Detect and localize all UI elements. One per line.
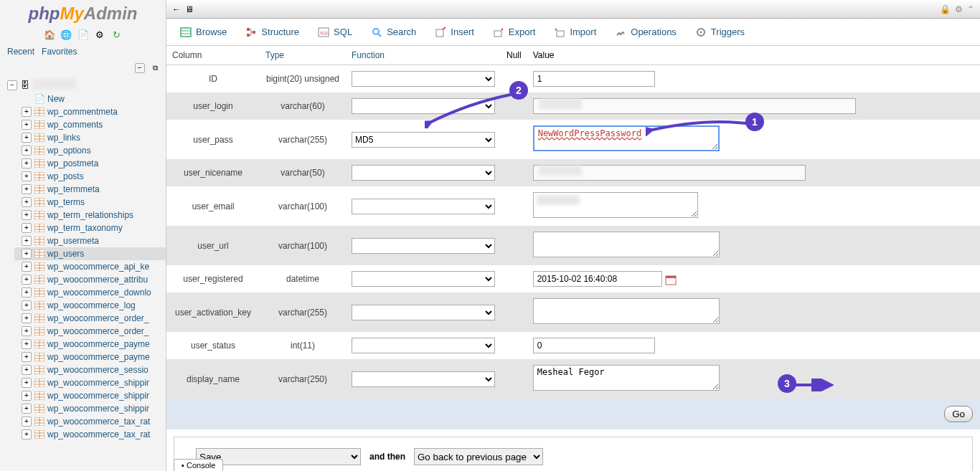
expand-icon[interactable]: +	[22, 146, 32, 156]
tab-browse[interactable]: Browse	[171, 19, 236, 45]
tree-table-node[interactable]: +wp_woocommerce_shippir	[14, 389, 166, 402]
tree-db-node[interactable]: − 🗄	[0, 77, 166, 92]
tab-search[interactable]: Search	[362, 19, 425, 45]
recent-link[interactable]: Recent	[7, 47, 34, 57]
settings-icon[interactable]: ⚙	[94, 29, 105, 41]
console-toggle[interactable]: ▪ Console	[174, 459, 223, 471]
expand-icon[interactable]: +	[22, 262, 32, 272]
expand-icon[interactable]: +	[22, 275, 32, 285]
tree-table-node[interactable]: +wp_links	[14, 131, 166, 144]
tree-table-node[interactable]: +wp_commentmeta	[14, 105, 166, 118]
tab-structure[interactable]: Structure	[236, 19, 308, 45]
expand-icon[interactable]: +	[22, 171, 32, 181]
tree-table-node[interactable]: +wp_woocommerce_order_	[14, 312, 166, 325]
expand-icon[interactable]: +	[22, 300, 32, 310]
expand-icon[interactable]: +	[22, 133, 32, 143]
expand-icon[interactable]: +	[22, 107, 32, 117]
tree-table-node[interactable]: +wp_woocommerce_sessio	[14, 363, 166, 376]
favorites-link[interactable]: Favorites	[42, 47, 77, 57]
server-icon[interactable]: 🖥	[185, 4, 194, 14]
tree-table-node[interactable]: +wp_term_relationships	[14, 209, 166, 222]
function-select[interactable]: MD5	[352, 132, 495, 148]
tree-table-node[interactable]: +wp_usermeta	[14, 234, 166, 247]
function-select[interactable]	[352, 338, 495, 353]
expand-icon[interactable]: +	[22, 120, 32, 130]
tree-table-node[interactable]: +wp_woocommerce_shippir	[14, 402, 166, 415]
unlink-icon[interactable]: ⧉	[150, 64, 160, 74]
tree-table-node[interactable]: +wp_woocommerce_downlo	[14, 286, 166, 299]
expand-icon[interactable]: +	[22, 249, 32, 259]
tree-table-node[interactable]: +wp_woocommerce_api_ke	[14, 260, 166, 273]
tree-table-node[interactable]: +wp_woocommerce_shippir	[14, 376, 166, 389]
header-function[interactable]: Function	[352, 50, 385, 60]
tree-table-node[interactable]: +wp_postmeta	[14, 157, 166, 170]
tree-new-node[interactable]: 📄 New	[14, 92, 166, 105]
header-type[interactable]: Type	[265, 50, 284, 60]
tree-table-node[interactable]: +wp_term_taxonomy	[14, 222, 166, 234]
function-select[interactable]	[352, 238, 495, 254]
expand-icon[interactable]: +	[22, 223, 32, 233]
logout-icon[interactable]: 🌐	[60, 29, 72, 41]
tree-table-node[interactable]: +wp_woocommerce_order_	[14, 325, 166, 338]
function-select[interactable]	[352, 305, 495, 320]
value-input[interactable]	[533, 271, 662, 287]
reload-icon[interactable]: ↻	[110, 29, 122, 41]
expand-icon[interactable]: +	[22, 236, 32, 246]
tree-table-node[interactable]: +wp_comments	[14, 118, 166, 131]
expand-icon[interactable]: +	[22, 210, 32, 220]
tree-table-node[interactable]: +wp_woocommerce_payme	[14, 338, 166, 351]
tab-import[interactable]: Import	[545, 19, 606, 45]
value-input[interactable]	[533, 338, 655, 353]
function-select[interactable]	[352, 199, 495, 214]
tree-table-node[interactable]: +wp_woocommerce_tax_rat	[14, 415, 166, 428]
docs-icon[interactable]: 📄	[77, 29, 89, 41]
expand-icon[interactable]: +	[22, 391, 32, 401]
expand-icon[interactable]: +	[22, 378, 32, 388]
go-button[interactable]: Go	[944, 406, 973, 422]
collapse-icon[interactable]: −	[7, 80, 17, 90]
expand-icon[interactable]: +	[22, 429, 32, 439]
expand-icon[interactable]: +	[22, 326, 32, 336]
expand-icon[interactable]: +	[22, 352, 32, 362]
expand-icon[interactable]: +	[22, 313, 32, 323]
value-input[interactable]	[533, 71, 655, 87]
tab-sql[interactable]: SQLSQL	[308, 19, 362, 45]
value-input[interactable]	[533, 365, 720, 391]
tree-table-node[interactable]: +wp_woocommerce_tax_rat	[14, 428, 166, 441]
calendar-icon[interactable]	[665, 274, 677, 285]
tree-table-node[interactable]: +wp_posts	[14, 170, 166, 183]
tab-export[interactable]: Export	[484, 19, 545, 45]
function-select[interactable]	[352, 71, 495, 87]
page-settings-icon[interactable]: ⚙	[955, 4, 963, 14]
nav-toggle-icon[interactable]: ←	[172, 4, 181, 14]
tab-insert[interactable]: Insert	[425, 19, 484, 45]
tree-table-node[interactable]: +wp_woocommerce_payme	[14, 351, 166, 363]
home-icon[interactable]: 🏠	[44, 29, 55, 41]
after-action-select[interactable]: Go back to previous page	[414, 448, 543, 465]
tab-operations[interactable]: Operations	[606, 19, 686, 45]
tree-table-node[interactable]: +wp_users	[14, 247, 166, 260]
tree-table-node[interactable]: +wp_terms	[14, 196, 166, 209]
value-input[interactable]	[533, 232, 720, 257]
collapse-all-icon[interactable]: −	[135, 63, 145, 73]
lock-icon[interactable]: 🔒	[940, 4, 951, 14]
function-select[interactable]	[352, 165, 495, 181]
tree-table-node[interactable]: +wp_woocommerce_log	[14, 299, 166, 312]
tree-table-node[interactable]: +wp_woocommerce_attribu	[14, 273, 166, 286]
expand-icon[interactable]: +	[22, 287, 32, 298]
collapse-topbar-icon[interactable]: ⌃	[967, 4, 974, 14]
tree-table-node[interactable]: +wp_options	[14, 144, 166, 157]
expand-icon[interactable]: +	[22, 404, 32, 414]
expand-icon[interactable]: +	[22, 158, 32, 168]
function-select[interactable]	[352, 271, 495, 287]
expand-icon[interactable]: +	[22, 339, 32, 349]
expand-icon[interactable]: +	[22, 197, 32, 207]
expand-icon[interactable]: +	[22, 417, 32, 427]
value-input[interactable]	[533, 298, 720, 324]
tab-triggers[interactable]: Triggers	[686, 19, 754, 45]
function-select[interactable]	[352, 371, 495, 387]
logo[interactable]: phpMyAdmin	[0, 0, 166, 27]
tree-table-node[interactable]: +wp_termmeta	[14, 183, 166, 196]
expand-icon[interactable]: +	[22, 184, 32, 194]
expand-icon[interactable]: +	[22, 365, 32, 375]
